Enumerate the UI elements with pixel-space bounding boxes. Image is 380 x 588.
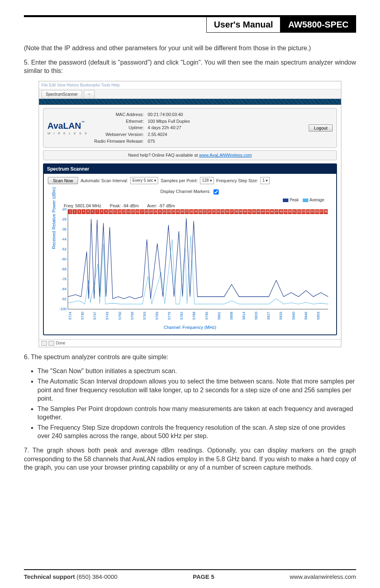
eth-v: 100 Mbps Full Duplex bbox=[148, 118, 190, 124]
channel-markers: 1234567891011121314151617181920212223242… bbox=[68, 209, 328, 214]
cursor-meta: Freq: 5801.04 MHz Peak: -94 dBm Aver: -9… bbox=[48, 203, 332, 209]
markers-checkbox[interactable] bbox=[214, 189, 219, 195]
logo-block: AvaLAN™ W I R E L E S S bbox=[47, 120, 88, 136]
fss-select[interactable]: 1 ▾ bbox=[261, 177, 270, 184]
status-bar: Done bbox=[39, 339, 341, 347]
legend-peak: Peak bbox=[290, 198, 299, 202]
status-icon bbox=[49, 341, 54, 346]
chart-area: Received Relative Power (dBm) 1234567891… bbox=[52, 209, 328, 330]
step-5: 5. Enter the password (default is "passw… bbox=[24, 58, 356, 75]
ie-hatch-bar bbox=[39, 99, 341, 105]
logo-text: AvaLAN bbox=[47, 121, 81, 131]
up-v: 4 days 22h 40:27 bbox=[148, 125, 190, 131]
legend-peak-swatch bbox=[283, 199, 288, 202]
list-item: The Automatic Scan Interval dropdown all… bbox=[37, 377, 356, 403]
faq-link[interactable]: www.AvaLANWireless.com bbox=[199, 153, 252, 157]
document-body: (Note that the IP address and other para… bbox=[24, 44, 356, 569]
legend-avg-swatch bbox=[303, 199, 308, 202]
chart-legend: Peak Average bbox=[48, 197, 332, 203]
status-icon bbox=[41, 341, 47, 346]
plot-canvas bbox=[68, 215, 328, 309]
step-6: 6. The spectrum analyzer controls are qu… bbox=[24, 353, 356, 362]
mac-v: 00:21:74:00:03:40 bbox=[148, 112, 190, 118]
fw-k: Radio Firmware Release: bbox=[94, 138, 144, 144]
x-ticks: 5724573057375743575057565763576957755782… bbox=[68, 312, 328, 324]
asi-label: Automatic Scan Interval: bbox=[80, 178, 128, 184]
spp-label: Samples per Point: bbox=[161, 178, 198, 184]
spectrum-chart: 1234567891011121314151617181920212223242… bbox=[68, 209, 328, 309]
ws-k: Webserver Version: bbox=[94, 132, 144, 138]
asi-select[interactable]: Every 5 sec ▾ bbox=[130, 177, 158, 184]
scan-now-button[interactable]: Scan Now bbox=[48, 177, 78, 184]
ws-v: 2.55.4024 bbox=[148, 132, 190, 138]
new-tab-button[interactable]: + bbox=[84, 90, 95, 98]
header-bar: User's Manual AW5800-SPEC bbox=[24, 15, 356, 33]
spectrum-panel-title: Spectrum Scanner bbox=[44, 164, 336, 174]
legend-avg: Average bbox=[309, 198, 324, 202]
spp-select[interactable]: 128 ▾ bbox=[200, 177, 214, 184]
page-footer: Technical support (650) 384-0000 PAGE 5 … bbox=[24, 569, 356, 580]
up-k: Uptime: bbox=[94, 125, 144, 131]
scan-controls: Scan Now Automatic Scan Interval: Every … bbox=[48, 177, 332, 184]
model-number: AW5800-SPEC bbox=[280, 17, 356, 33]
faq-pre: Need help? Online FAQ available at bbox=[128, 153, 199, 157]
tab-strip: SpectrumScanner + bbox=[39, 89, 341, 99]
device-kv: MAC Address:00:21:74:00:03:40 Ethernet:1… bbox=[94, 112, 190, 144]
manual-title: User's Manual bbox=[206, 17, 280, 33]
meta-peak: Peak: -94 dBm bbox=[110, 203, 139, 208]
browser-screenshot: File Edit View History Bookmarks Tools H… bbox=[39, 81, 341, 347]
footer-support: Technical support (650) 384-0000 bbox=[24, 573, 118, 580]
logo-sub: W I R E L E S S bbox=[47, 132, 88, 136]
logo-tm: ™ bbox=[81, 120, 85, 124]
mac-k: MAC Address: bbox=[94, 112, 144, 118]
markers-label: Display Channel Markers: bbox=[161, 189, 211, 194]
x-axis-label: Channel: Frequency (MHz) bbox=[52, 324, 328, 330]
footer-url: www.avalanwireless.com bbox=[290, 573, 356, 580]
markers-row: Display Channel Markers: bbox=[48, 188, 332, 196]
faq-bar: Need help? Online FAQ available at www.A… bbox=[43, 150, 337, 160]
list-item: The Frequency Step Size dropdown control… bbox=[37, 423, 356, 441]
tab-spectrumscanner[interactable]: SpectrumScanner bbox=[41, 90, 82, 98]
controls-list: The "Scan Now" button initiates a spectr… bbox=[24, 367, 356, 441]
status-text: Done bbox=[56, 340, 65, 346]
device-info-panel: AvaLAN™ W I R E L E S S MAC Address:00:2… bbox=[43, 108, 337, 148]
peak-line bbox=[68, 218, 328, 299]
fw-v: 075 bbox=[148, 138, 190, 144]
logout-button[interactable]: Logout bbox=[309, 124, 333, 132]
list-item: The "Scan Now" button initiates a spectr… bbox=[37, 367, 356, 376]
fss-label: Frequency Step Size: bbox=[216, 178, 258, 184]
meta-freq: Freq: 5801.04 MHz bbox=[64, 203, 101, 208]
ip-note: (Note that the IP address and other para… bbox=[24, 44, 356, 53]
meta-aver: Aver: -97 dBm bbox=[147, 203, 175, 208]
eth-k: Ethernet: bbox=[94, 118, 144, 124]
footer-page: PAGE 5 bbox=[193, 573, 214, 580]
firefox-menu[interactable]: File Edit View History Bookmarks Tools H… bbox=[39, 81, 341, 90]
step-7: 7. The graph shows both peak and average… bbox=[24, 446, 356, 472]
list-item: The Samples Per Point dropdown controls … bbox=[37, 405, 356, 422]
spectrum-panel: Spectrum Scanner Scan Now Automatic Scan… bbox=[43, 163, 337, 335]
